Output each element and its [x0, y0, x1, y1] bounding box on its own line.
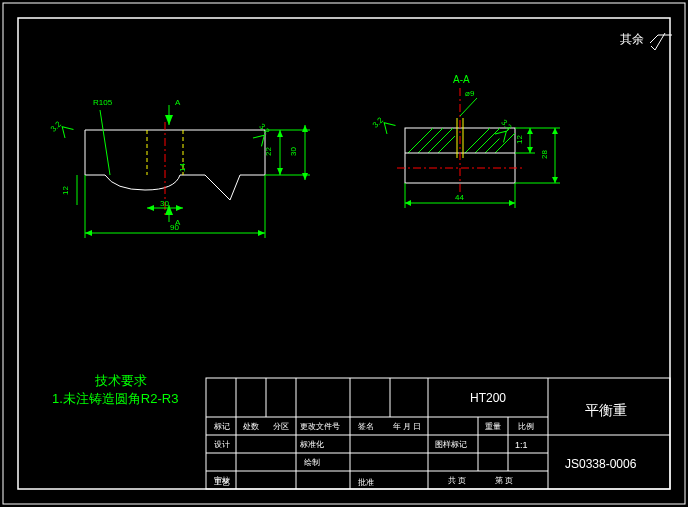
dim-90: 90 — [170, 223, 179, 232]
dim-dia9: ⌀9 — [465, 89, 475, 98]
remaining-surface-marker: 其余 — [620, 32, 672, 50]
svg-text:重量: 重量 — [485, 422, 501, 431]
dim-44: 44 — [455, 193, 464, 202]
radius-label: R105 — [93, 98, 113, 107]
svg-marker-60 — [509, 200, 515, 206]
main-view: R105 A A 3.2 3.2 22 30 — [49, 98, 310, 238]
dim-30w: 30 — [160, 199, 169, 208]
svg-text:3.2: 3.2 — [49, 119, 64, 134]
svg-rect-63 — [206, 378, 670, 489]
svg-line-4 — [100, 110, 110, 175]
drawing-border — [3, 3, 685, 504]
svg-line-34 — [438, 136, 455, 153]
technical-requirements: 技术要求 1.未注铸造圆角R2-R3 — [52, 373, 178, 406]
svg-text:分区: 分区 — [273, 422, 289, 431]
svg-text:1.未注铸造圆角R2-R3: 1.未注铸造圆角R2-R3 — [52, 391, 178, 406]
svg-text:设计: 设计 — [214, 440, 230, 449]
svg-marker-19 — [302, 125, 308, 132]
section-label: A-A — [453, 74, 470, 85]
dim-12s: 12 — [515, 135, 524, 144]
surface-finish-left: 3.2 — [49, 116, 74, 141]
dim-30: 30 — [289, 147, 298, 156]
svg-marker-28 — [85, 230, 92, 236]
svg-line-32 — [418, 128, 443, 153]
dim-28: 28 — [540, 150, 549, 159]
svg-line-33 — [428, 128, 453, 153]
svg-marker-51 — [527, 128, 533, 134]
svg-line-44 — [460, 98, 477, 116]
svg-text:技术要求: 技术要求 — [94, 373, 147, 388]
svg-marker-6 — [165, 115, 173, 125]
svg-text:标准化: 标准化 — [299, 440, 324, 449]
svg-text:工艺: 工艺 — [214, 478, 230, 487]
svg-text:处数: 处数 — [243, 422, 259, 431]
svg-text:年 月 日: 年 月 日 — [393, 422, 421, 431]
svg-line-35 — [465, 128, 490, 153]
svg-marker-16 — [277, 130, 283, 137]
svg-marker-17 — [277, 168, 283, 175]
title-block: 标记 处数 分区 更改文件号 签名 年 月 日 设计 标准化 绘制 审核 工艺 … — [206, 378, 670, 489]
svg-marker-24 — [176, 205, 183, 211]
svg-text:其余: 其余 — [620, 32, 644, 46]
dim-14: 14 — [178, 163, 187, 172]
svg-text:批准: 批准 — [358, 478, 374, 487]
svg-text:签名: 签名 — [358, 422, 374, 431]
svg-marker-29 — [258, 230, 265, 236]
sv-surface-slot: 3.2 — [492, 118, 517, 143]
svg-text:更改文件号: 更改文件号 — [300, 422, 340, 431]
scale: 1:1 — [515, 440, 528, 450]
dim-12: 12 — [61, 186, 70, 195]
svg-text:图样标记: 图样标记 — [435, 440, 467, 449]
cad-drawing-viewport: 其余 R105 A A 3.2 — [0, 0, 688, 507]
svg-text:绘制: 绘制 — [304, 458, 320, 467]
svg-text:第 页: 第 页 — [495, 476, 513, 485]
svg-text:3.2: 3.2 — [371, 115, 386, 130]
svg-marker-23 — [147, 205, 154, 211]
drawing-frame — [18, 18, 670, 489]
dim-22: 22 — [264, 147, 273, 156]
svg-text:标记: 标记 — [213, 422, 230, 431]
surface-finish-slot: 3.2 — [250, 122, 275, 147]
material: HT200 — [470, 391, 506, 405]
svg-marker-52 — [527, 147, 533, 153]
svg-line-31 — [408, 128, 433, 153]
svg-marker-59 — [405, 200, 411, 206]
svg-text:A: A — [175, 98, 181, 107]
svg-text:3.2: 3.2 — [499, 118, 514, 133]
part-name: 平衡重 — [585, 402, 627, 418]
svg-marker-55 — [552, 177, 558, 183]
svg-text:共 页: 共 页 — [448, 476, 466, 485]
svg-text:3.2: 3.2 — [257, 122, 272, 137]
svg-line-36 — [475, 128, 500, 153]
section-arrow-top: A — [165, 98, 181, 125]
section-view: A-A ⌀9 3.2 3.2 — [371, 74, 560, 208]
drawing-number: JS0338-0006 — [565, 457, 637, 471]
sv-surface-left: 3.2 — [371, 112, 396, 137]
svg-marker-20 — [302, 173, 308, 180]
svg-text:比例: 比例 — [518, 422, 534, 431]
svg-marker-54 — [552, 128, 558, 134]
